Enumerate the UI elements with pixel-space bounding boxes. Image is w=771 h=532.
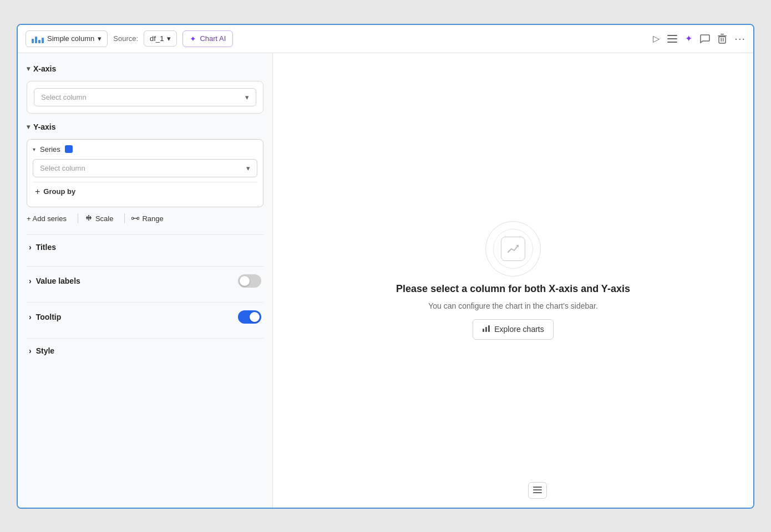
x-axis-header[interactable]: ▾ X-axis [27, 62, 263, 75]
y-axis-chevron-icon: ▾ [27, 123, 30, 131]
titles-chevron-icon: › [29, 243, 32, 252]
toolbar: Simple column ▾ Source: df_1 ▾ ✦ Chart A… [18, 25, 753, 53]
x-axis-label: X-axis [33, 64, 56, 73]
series-header: ▾ Series [33, 145, 257, 154]
empty-icon-wrapper [485, 221, 541, 277]
scale-label: Scale [95, 214, 114, 223]
y-axis-select-chevron-icon: ▾ [246, 164, 250, 172]
series-chevron-icon: ▾ [33, 146, 35, 152]
svg-point-12 [131, 217, 134, 219]
add-series-label: + Add series [27, 214, 67, 223]
x-axis-chevron-icon: ▾ [27, 65, 30, 73]
tooltip-header: › Tooltip [29, 310, 261, 324]
ai-sparkle-icon[interactable]: ✦ [685, 33, 692, 44]
svg-rect-19 [533, 489, 542, 490]
svg-rect-7 [723, 38, 724, 42]
bar-chart-icon [32, 34, 44, 43]
y-axis-column-select[interactable]: Select column ▾ [33, 159, 257, 177]
svg-rect-18 [533, 487, 542, 488]
titles-section: › Titles [27, 234, 263, 259]
svg-rect-4 [721, 34, 724, 35]
run-icon[interactable]: ▷ [653, 33, 660, 44]
y-axis-label: Y-axis [33, 122, 55, 131]
svg-point-13 [137, 217, 139, 219]
style-label: Style [36, 346, 54, 355]
series-label: Series [40, 145, 60, 154]
tooltip-section: › Tooltip [27, 302, 263, 331]
x-axis-column-select[interactable]: Select column ▾ [34, 88, 256, 106]
value-labels-label: Value labels [36, 277, 80, 285]
chart-type-dropdown[interactable]: Simple column ▾ [26, 30, 108, 47]
x-axis-section: ▾ X-axis Select column ▾ [27, 62, 263, 114]
footer-divider [78, 213, 78, 223]
value-labels-left: › Value labels [29, 277, 80, 285]
svg-rect-2 [667, 42, 677, 43]
y-axis-section: ▾ Y-axis ▾ Series Select column ▾ [27, 120, 263, 228]
range-icon [131, 214, 139, 223]
content-area: ▾ X-axis Select column ▾ ▾ Y-axis [18, 53, 753, 508]
tooltip-chevron-icon: › [29, 313, 32, 321]
explore-charts-button[interactable]: Explore charts [473, 319, 553, 340]
svg-rect-0 [667, 35, 677, 36]
sidebar: ▾ X-axis Select column ▾ ▾ Y-axis [18, 53, 273, 508]
svg-rect-6 [721, 38, 722, 42]
footer-divider-2 [124, 213, 125, 223]
explore-charts-icon [482, 324, 491, 335]
chart-type-chevron-icon: ▾ [98, 34, 102, 43]
y-axis-placeholder: Select column [40, 164, 85, 172]
titles-label: Titles [36, 243, 56, 252]
add-series-button[interactable]: + Add series [27, 212, 71, 225]
range-button[interactable]: Range [131, 212, 168, 225]
x-axis-select-chevron-icon: ▾ [245, 93, 249, 101]
source-value: df_1 [150, 34, 164, 43]
scale-button[interactable]: Scale [85, 212, 118, 226]
comment-icon[interactable] [700, 34, 710, 43]
list-icon[interactable] [667, 35, 677, 43]
series-color-swatch[interactable] [65, 145, 73, 153]
style-header[interactable]: › Style [29, 346, 261, 355]
tooltip-toggle[interactable] [238, 310, 261, 324]
explore-charts-label: Explore charts [494, 325, 544, 334]
source-dropdown[interactable]: df_1 ▾ [144, 30, 177, 47]
y-axis-header[interactable]: ▾ Y-axis [27, 120, 263, 134]
x-axis-placeholder: Select column [41, 93, 87, 101]
empty-chart-icon [501, 237, 525, 261]
value-labels-toggle[interactable] [238, 274, 261, 288]
y-axis-card: ▾ Series Select column ▾ + Group by [27, 139, 263, 207]
chart-ai-label: Chart AI [200, 34, 226, 43]
group-by-button[interactable]: + Group by [33, 182, 257, 201]
tooltip-label: Tooltip [36, 313, 62, 321]
more-icon[interactable]: ··· [734, 32, 745, 45]
range-label: Range [142, 214, 163, 223]
source-chevron-icon: ▾ [167, 34, 171, 43]
sidebar-collapse-button[interactable] [528, 482, 547, 499]
style-chevron-icon: › [29, 346, 32, 355]
toolbar-left: Simple column ▾ Source: df_1 ▾ ✦ Chart A… [26, 30, 233, 47]
style-section: › Style [27, 338, 263, 363]
delete-icon[interactable] [718, 34, 727, 44]
group-by-label: Group by [43, 187, 75, 196]
chart-type-label: Simple column [47, 34, 94, 43]
chart-ai-button[interactable]: ✦ Chart AI [182, 30, 233, 47]
svg-rect-20 [533, 492, 542, 493]
titles-header[interactable]: › Titles [29, 243, 261, 252]
svg-rect-5 [719, 37, 726, 43]
svg-rect-17 [488, 325, 490, 332]
titles-left: › Titles [29, 243, 56, 252]
toolbar-right: ▷ ✦ [653, 32, 745, 45]
y-axis-footer: + Add series Scale [27, 207, 263, 228]
empty-state-subtitle: You can configure the chart in the chart… [428, 301, 598, 310]
scale-icon [85, 214, 93, 223]
main-container: Simple column ▾ Source: df_1 ▾ ✦ Chart A… [17, 24, 754, 509]
source-label: Source: [113, 34, 138, 43]
tooltip-toggle-thumb [250, 312, 260, 322]
chart-ai-sparkle-icon: ✦ [190, 34, 196, 43]
svg-rect-15 [483, 329, 484, 332]
value-labels-toggle-thumb [240, 276, 250, 286]
svg-rect-16 [485, 327, 487, 332]
chart-area: Please select a column for both X-axis a… [273, 53, 753, 508]
empty-state-title: Please select a column for both X-axis a… [396, 283, 630, 295]
value-labels-header: › Value labels [29, 274, 261, 288]
svg-rect-1 [667, 38, 677, 39]
empty-state: Please select a column for both X-axis a… [396, 221, 630, 340]
